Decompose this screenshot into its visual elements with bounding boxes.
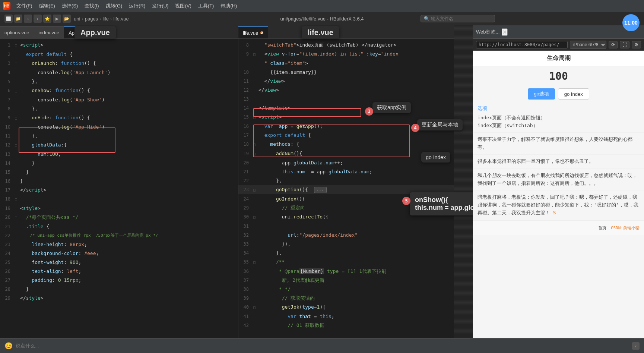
code-line-r9: 9 □ <view v-for="(item,index) in list" :… [238,49,473,59]
code-line-28: 28 } [0,284,238,293]
preview-btn-index[interactable]: go Index [558,88,589,100]
code-line-7: 7 console.log('App Show') [0,95,238,104]
nav-new[interactable]: ⬜ [4,15,13,23]
menu-edit[interactable]: 编辑(E) [36,2,58,10]
preview-text5: 陪老板打麻将，老板说：你发发，回了吧？我：嗯，都弄好了，还硬磁，我跟你讲啊，我一… [473,190,644,220]
breadcrumb-sep3: › [110,16,112,22]
browser-toolbar: Web浏览... ✕ [473,25,644,39]
nav-run[interactable]: ▶ [53,15,61,23]
status-input[interactable] [16,343,629,349]
rotate-button[interactable]: ⟳ [609,41,618,48]
nav-forward[interactable]: › [34,15,42,23]
menu-bar: HB 文件(F) 编辑(E) 选择(S) 查找(I) 跳转(G) 运行(R) 发… [0,0,644,12]
tab-life[interactable]: life.vue 2 [238,26,268,38]
tab-options-label: options.vue [4,30,29,35]
search-icon: 🔍 [424,16,429,21]
preview-btn-xuan[interactable]: go选项 [528,88,555,100]
annotation5-line2: this.num = app.globalData.num; [415,204,473,212]
code-area-right[interactable]: 8 "switchTab">index页面 (switchTab) </navi… [238,39,473,338]
file-search-input[interactable] [431,16,492,21]
collapse-button[interactable]: ‹ [632,342,640,350]
title-center: uni/pages/life/life.vue - HBuilderX 3.6.… [280,16,364,22]
menu-jump[interactable]: 跳转(G) [103,2,126,10]
preview-footer-home: 首页 [595,224,609,232]
annotation-num-3: 3 [365,107,373,116]
breadcrumb-file: life.vue [113,16,129,22]
life-vue-label: life.vue [302,26,339,39]
nav-refresh[interactable]: ⭐ [43,15,51,23]
browser-url-input[interactable] [476,41,568,48]
code-line-r38: 38 * */ [238,284,473,293]
code-line-15: 15 } [0,167,238,176]
menu-tools[interactable]: 工具(T) [195,2,217,10]
csdn-badge: S [553,210,556,215]
nav-back[interactable]: ‹ [24,15,32,23]
code-line-r32: 32 url:"/pages/index/index" [238,230,473,239]
clock-badge: 11:00 [622,14,640,31]
menu-help[interactable]: 帮助(H) [218,2,240,10]
breadcrumb-life: life [102,16,109,22]
annotation-3: 获取app实例 [372,102,411,113]
nav-buttons: ⬜ 📁 ‹ › ⭐ ▶ 📂 [4,15,71,23]
code-line-20: 20 □ /*每个页面公共css */ [0,212,238,222]
preview-footer-csdn: CSDN·前端小猪 [611,225,640,231]
code-line-r31: 31 [238,221,473,230]
tab-bar-left: options.vue index.vue App.vue 1 [0,25,238,39]
code-line-23: 23 line-height: 88rpx; [0,240,238,249]
fullscreen-button[interactable]: ⛶ [620,41,629,48]
preview-footer: 首页 CSDN·前端小猪 [473,220,644,235]
code-line-11: 11 }, [0,131,238,140]
right-panel: Web浏览... ✕ iPhone 6/7/8 iPhone X iPad ⟳ … [473,25,644,338]
code-area-left[interactable]: 1 □ <script> 2 export default { 3 □ onLa… [0,39,238,338]
menu-run[interactable]: 运行(R) [126,2,148,10]
nav-open[interactable]: 📁 [14,15,22,23]
preview-text-options: 选项 index页面（不会有返回按钮） index页面（switchTab） [473,102,644,133]
annotation-4: 更新全局与本地 [417,119,463,130]
code-line-r41: 41 var that = this; [238,312,473,321]
device-select[interactable]: iPhone 6/7/8 iPhone X iPad [570,41,606,49]
code-line-r9b: " class="item"> [238,59,473,67]
browser-close-button[interactable]: ✕ [502,28,508,36]
code-line-r17: 17 export default { [238,130,473,139]
code-line-18: 18 □ [0,194,238,204]
menu-find[interactable]: 查找(I) [82,2,102,10]
code-line-r13: 13 [238,94,473,103]
code-line-r14: 14 </template> [238,103,473,112]
editor-left: options.vue index.vue App.vue 1 App.vue … [0,25,238,338]
emoji-icon: 😊 [4,342,13,350]
preview-text3: 很多本来觉得丑的东西一旦习惯了，像也不那么丑了。 [473,155,644,169]
code-line-r42: 42 // 01 获取数据 [238,321,473,330]
code-line-16: 16 } [0,176,238,185]
menu-select[interactable]: 选择(S) [59,2,81,10]
devtools-button[interactable]: ⚙ [632,41,641,48]
code-line-29: 29 </style> [0,293,238,302]
code-line-26: 26 text-align: left; [0,267,238,275]
code-line-r39: 39 // 获取笑话的 [238,293,473,302]
code-line-r36: 36 * @para{Number} type = [1] 1代表下拉刷 [238,267,473,275]
annotation-num-5: 5 [402,197,410,205]
code-line-r37: 37 新, 2代表触底更新 [238,275,473,284]
code-line-25: 25 font-weight: 900; [0,258,238,267]
code-line-27: 27 padding: 0 15rpx; [0,275,238,284]
breadcrumb-sep1: › [82,16,83,22]
menu-publish[interactable]: 发行(U) [149,2,171,10]
editor-right: life.vue 2 life.vue 8 "switchTab">index页… [238,25,473,338]
code-line-r34: 34 }, [238,248,473,257]
tab-index[interactable]: index.vue [34,26,64,38]
code-line-8: 8 }, [0,104,238,113]
phone-preview: 生命周期 100 go选项 go Index 选项 index页面（不会有返回按… [473,51,644,338]
tab-options[interactable]: options.vue [0,26,34,38]
breadcrumb-pages: pages [85,16,98,22]
file-search[interactable]: 🔍 [421,15,495,22]
preview-options-label: 选项 [478,105,640,113]
menu-file[interactable]: 文件(F) [13,2,35,10]
clock-time: 11:00 [624,20,638,26]
nav-folder[interactable]: 📂 [63,15,71,23]
menu-view[interactable]: 视图(V) [172,2,194,10]
browser-title: Web浏览... [476,29,499,35]
breadcrumb-sep2: › [99,16,101,22]
code-line-17: 17 </script> [0,185,238,194]
code-line-21: 21 .title { [0,222,238,231]
code-line-13: 13 num:100, [0,149,238,158]
code-line-12: 12 □ globalData:{ [0,140,238,149]
